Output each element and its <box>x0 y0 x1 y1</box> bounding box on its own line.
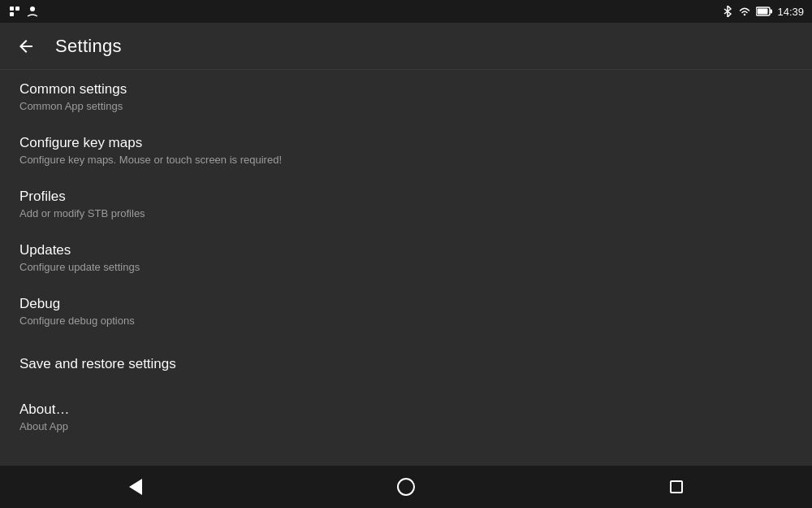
settings-list: Common settingsCommon App settingsConfig… <box>0 70 812 444</box>
status-bar-left <box>8 5 39 18</box>
settings-subtitle-debug: Configure debug options <box>19 315 793 327</box>
settings-title-save-restore: Save and restore settings <box>19 356 793 372</box>
settings-title-about: About… <box>19 402 793 418</box>
settings-content: Common settingsCommon App settingsConfig… <box>0 70 812 466</box>
settings-subtitle-configure-key-maps: Configure key maps. Mouse or touch scree… <box>19 154 793 166</box>
settings-title-configure-key-maps: Configure key maps <box>19 135 793 151</box>
nav-bar <box>0 466 812 508</box>
nav-back-button[interactable] <box>111 471 160 503</box>
settings-item-save-restore[interactable]: Save and restore settings <box>0 345 812 384</box>
settings-item-debug[interactable]: DebugConfigure debug options <box>0 284 812 338</box>
settings-subtitle-common-settings: Common App settings <box>19 100 793 112</box>
svg-rect-0 <box>10 7 14 11</box>
nav-back-icon <box>129 479 142 495</box>
svg-rect-6 <box>758 9 768 15</box>
nav-home-button[interactable] <box>382 471 430 503</box>
svg-point-3 <box>30 7 35 11</box>
app-icon-1 <box>8 5 21 18</box>
settings-title-updates: Updates <box>19 242 793 258</box>
battery-icon <box>756 7 772 16</box>
app-bar: Settings <box>0 23 812 70</box>
back-button[interactable] <box>13 33 39 59</box>
svg-rect-2 <box>10 12 14 16</box>
divider-4 <box>0 338 812 345</box>
status-time: 14:39 <box>777 6 804 18</box>
settings-item-updates[interactable]: UpdatesConfigure update settings <box>0 231 812 284</box>
settings-title-common-settings: Common settings <box>19 81 793 98</box>
bluetooth-icon <box>722 6 733 17</box>
nav-recent-icon <box>670 480 683 493</box>
status-bar-right: 14:39 <box>722 6 804 18</box>
settings-item-common-settings[interactable]: Common settingsCommon App settings <box>0 70 812 124</box>
settings-subtitle-updates: Configure update settings <box>19 261 793 273</box>
settings-title-profiles: Profiles <box>19 189 793 205</box>
svg-rect-1 <box>15 7 19 11</box>
settings-item-about[interactable]: About…About App <box>0 390 812 444</box>
settings-subtitle-profiles: Add or modify STB profiles <box>19 207 793 219</box>
status-bar: 14:39 <box>0 0 812 23</box>
app-icon-2 <box>26 5 39 18</box>
settings-item-configure-key-maps[interactable]: Configure key mapsConfigure key maps. Mo… <box>0 124 812 177</box>
divider-5 <box>0 384 812 390</box>
wifi-icon <box>738 6 751 17</box>
nav-recent-button[interactable] <box>652 471 701 503</box>
app-title: Settings <box>55 36 122 57</box>
svg-rect-5 <box>771 10 773 14</box>
settings-subtitle-about: About App <box>19 420 793 432</box>
settings-item-profiles[interactable]: ProfilesAdd or modify STB profiles <box>0 177 812 231</box>
settings-title-debug: Debug <box>19 296 793 312</box>
nav-home-icon <box>397 478 415 496</box>
